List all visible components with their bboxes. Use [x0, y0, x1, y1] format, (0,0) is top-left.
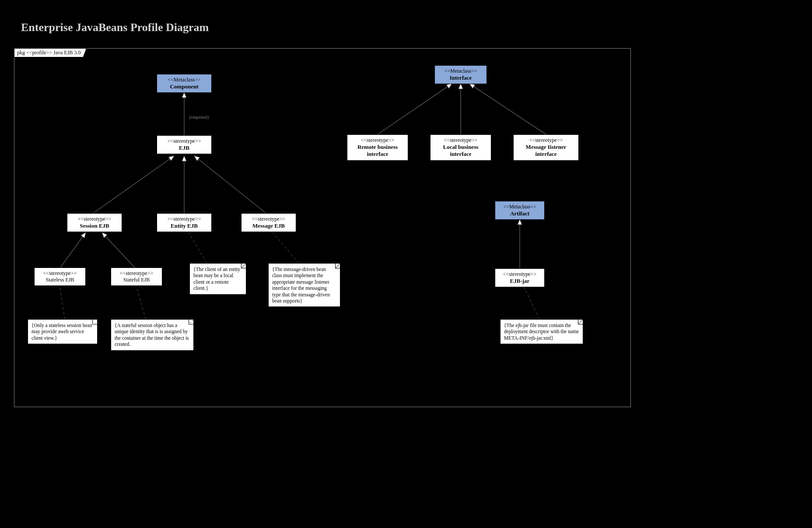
stereotype-ejb: <<stereotype>> EJB [157, 135, 212, 154]
stereo-label: <<stereotype>> [116, 270, 158, 277]
class-name: EJB-jar [500, 278, 540, 285]
package-frame: pkg <<profile>> Java EJB 3.0 {required} … [14, 48, 631, 407]
diagram-title: Enterprise JavaBeans Profile Diagram [21, 21, 209, 34]
stereotype-stateless-ejb: <<stereotype>> Stateless EJB [34, 268, 86, 286]
stereotype-local-interface: <<stereotype>> Local business interface [430, 134, 491, 161]
stereotype-listener-interface: <<stereotype>> Message Iistener interfac… [513, 134, 579, 161]
metaclass-component: <<Metaclass>> Component [157, 74, 212, 93]
class-name: Stateful EJB [116, 277, 158, 283]
svg-line-1 [93, 156, 174, 213]
note-ejbjar: {The ejb-jar file must contain the deplo… [500, 319, 583, 344]
class-name: Stateless EJB [39, 277, 81, 283]
stereo-label: <<stereotype>> [352, 137, 403, 144]
note-stateful: {A stateful session object has a unique … [111, 319, 194, 351]
stereotype-entity-ejb: <<stereotype>> Entity EJB [157, 213, 212, 232]
stereo-label: <<stereotype>> [72, 216, 117, 222]
note-entity: {The client of an entity bean may be a l… [189, 263, 246, 295]
class-name: Component [161, 83, 207, 90]
stereo-label: <<Metaclass>> [439, 68, 482, 74]
stereo-label: <<stereotype>> [246, 216, 291, 222]
note-stateless: {Only a stateless session bean may provi… [28, 319, 98, 344]
stereo-label: <<Metaclass>> [161, 77, 207, 83]
stereo-label: <<stereotype>> [161, 216, 207, 222]
class-name: Remote business interface [352, 144, 403, 158]
metaclass-artifact: <<Metaclass>> Artifact [495, 201, 545, 220]
class-name: Local business interface [435, 144, 486, 158]
stereo-label: <<Metaclass>> [500, 204, 540, 210]
class-name: Artifact [500, 210, 540, 217]
svg-line-14 [524, 287, 539, 319]
svg-line-12 [189, 232, 207, 263]
stereotype-stateful-ejb: <<stereotype>> Stateful EJB [111, 268, 162, 286]
stereotype-ejb-jar: <<stereotype>> EJB-jar [495, 268, 545, 287]
class-name: Message EJB [246, 222, 291, 229]
note-message: {The message-driven bean class must impl… [268, 263, 340, 307]
stereo-label: <<stereotype>> [435, 137, 486, 144]
svg-line-5 [102, 232, 135, 268]
stereo-label: <<stereotype>> [500, 271, 540, 278]
svg-line-3 [194, 156, 266, 213]
metaclass-interface: <<Metaclass>> Interface [434, 65, 487, 84]
class-name: Session EJB [72, 222, 117, 229]
stereo-label: <<stereotype>> [518, 137, 574, 144]
stereotype-session-ejb: <<stereotype>> Session EJB [67, 213, 122, 232]
class-name: Interface [439, 74, 482, 81]
stereo-label: <<stereotype>> [161, 138, 207, 144]
class-name: Message Iistener interface [518, 144, 574, 158]
svg-line-4 [60, 232, 86, 268]
required-constraint-label: {required} [189, 114, 209, 120]
stereo-label: <<stereotype>> [39, 270, 81, 277]
svg-line-11 [136, 285, 146, 319]
package-frame-label: pkg <<profile>> Java EJB 3.0 [14, 48, 86, 57]
svg-line-6 [378, 84, 452, 134]
stereotype-message-ejb: <<stereotype>> Message EJB [241, 213, 296, 232]
class-name: Entity EJB [161, 222, 207, 229]
class-name: EJB [161, 144, 207, 151]
svg-line-10 [60, 285, 65, 319]
stereotype-remote-interface: <<stereotype>> Remote business interface [347, 134, 408, 161]
svg-line-13 [273, 232, 299, 263]
svg-line-8 [469, 84, 546, 134]
